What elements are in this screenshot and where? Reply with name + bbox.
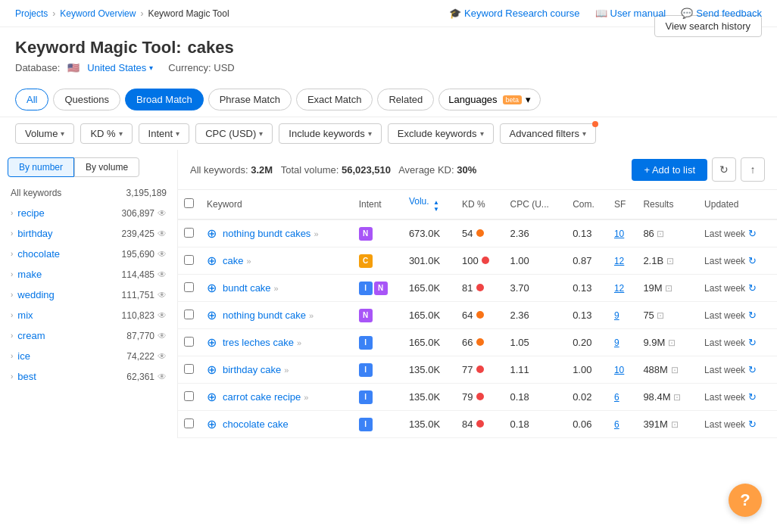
sidebar-keyword-label[interactable]: chocolate (17, 248, 60, 260)
add-to-list-button[interactable]: + Add to list (632, 159, 707, 181)
serp-icon[interactable]: ⊡ (671, 365, 679, 375)
keyword-link[interactable]: ⊕ nothing bundt cake » (207, 308, 347, 322)
row-checkbox[interactable] (184, 228, 194, 238)
sidebar-item[interactable]: › chocolate 195,690 👁 (0, 244, 177, 264)
tab-broad-match[interactable]: Broad Match (125, 89, 204, 110)
sidebar-item[interactable]: › make 114,485 👁 (0, 264, 177, 285)
sidebar-item[interactable]: › cream 87,770 👁 (0, 325, 177, 346)
tab-phrase-match[interactable]: Phrase Match (208, 89, 292, 110)
add-keyword-icon[interactable]: ⊕ (207, 254, 217, 268)
sidebar-keyword-label[interactable]: mix (17, 310, 33, 321)
tab-related[interactable]: Related (377, 89, 434, 110)
keyword-link[interactable]: ⊕ cake » (207, 254, 347, 268)
sidebar-item[interactable]: › recipe 306,897 👁 (0, 203, 177, 223)
sf-value[interactable]: 6 (614, 392, 619, 403)
row-checkbox[interactable] (184, 310, 194, 319)
sidebar-item[interactable]: › ice 74,222 👁 (0, 346, 177, 366)
eye-icon[interactable]: 👁 (158, 310, 167, 321)
add-keyword-icon[interactable]: ⊕ (207, 417, 217, 431)
intent-filter[interactable]: Intent ▾ (139, 123, 190, 144)
refresh-row-icon[interactable]: ↻ (748, 310, 757, 321)
serp-icon[interactable]: ⊡ (657, 229, 664, 239)
sf-value[interactable]: 6 (614, 419, 619, 430)
sidebar-keyword-label[interactable]: cream (17, 330, 45, 341)
select-all-checkbox[interactable] (184, 198, 194, 208)
sf-value[interactable]: 12 (614, 283, 624, 294)
languages-button[interactable]: Languages beta ▾ (438, 89, 541, 110)
sort-by-number-button[interactable]: By number (8, 157, 74, 177)
keyword-link[interactable]: ⊕ tres leches cake » (207, 335, 347, 350)
database-selector[interactable]: United States ▾ (87, 62, 153, 73)
sf-value[interactable]: 10 (614, 229, 624, 239)
breadcrumb-keyword-overview[interactable]: Keyword Overview (60, 8, 136, 19)
row-checkbox[interactable] (184, 391, 194, 401)
volume-filter[interactable]: Volume ▾ (15, 123, 74, 144)
refresh-row-icon[interactable]: ↻ (748, 282, 757, 294)
serp-icon[interactable]: ⊡ (668, 338, 676, 348)
refresh-row-icon[interactable]: ↻ (748, 255, 757, 266)
sf-value[interactable]: 9 (614, 310, 619, 321)
add-keyword-icon[interactable]: ⊕ (207, 362, 217, 377)
export-button[interactable]: ↑ (741, 157, 765, 182)
eye-icon[interactable]: 👁 (158, 229, 167, 239)
row-checkbox[interactable] (184, 418, 194, 428)
sidebar-keyword-label[interactable]: birthday (17, 228, 52, 239)
eye-icon[interactable]: 👁 (158, 351, 167, 362)
sidebar-item[interactable]: › best 62,361 👁 (0, 366, 177, 387)
eye-icon[interactable]: 👁 (158, 249, 167, 260)
sidebar-keyword-label[interactable]: wedding (17, 289, 54, 300)
eye-icon[interactable]: 👁 (158, 372, 167, 382)
breadcrumb-projects[interactable]: Projects (15, 8, 48, 19)
sf-value[interactable]: 9 (614, 338, 619, 348)
sf-value[interactable]: 12 (614, 256, 624, 266)
advanced-filters-button[interactable]: Advanced filters ▾ (500, 123, 597, 144)
refresh-row-icon[interactable]: ↻ (748, 391, 757, 403)
row-checkbox[interactable] (184, 255, 194, 265)
keyword-link[interactable]: ⊕ bundt cake » (207, 281, 347, 295)
row-checkbox[interactable] (184, 364, 194, 374)
eye-icon[interactable]: 👁 (158, 269, 167, 280)
add-keyword-icon[interactable]: ⊕ (207, 281, 217, 295)
sidebar-keyword-label[interactable]: make (17, 269, 42, 280)
eye-icon[interactable]: 👁 (158, 290, 167, 300)
eye-icon[interactable]: 👁 (158, 208, 167, 219)
add-keyword-icon[interactable]: ⊕ (207, 335, 217, 350)
eye-icon[interactable]: 👁 (158, 331, 167, 341)
sidebar-keyword-label[interactable]: ice (17, 350, 30, 362)
keyword-link[interactable]: ⊕ birthday cake » (207, 362, 347, 377)
sidebar-item[interactable]: › mix 110,823 👁 (0, 305, 177, 325)
serp-icon[interactable]: ⊡ (666, 256, 674, 266)
sort-by-volume-button[interactable]: By volume (74, 157, 139, 177)
serp-icon[interactable]: ⊡ (657, 310, 664, 321)
col-volume[interactable]: Volu. ▲▼ (403, 190, 456, 219)
keyword-research-course-link[interactable]: 🎓 Keyword Research course (449, 8, 579, 19)
tab-questions[interactable]: Questions (53, 89, 120, 110)
cpc-filter[interactable]: CPC (USD) ▾ (195, 123, 273, 144)
serp-icon[interactable]: ⊡ (673, 392, 681, 403)
sf-value[interactable]: 10 (614, 365, 624, 375)
serp-icon[interactable]: ⊡ (665, 283, 672, 294)
send-feedback-link[interactable]: 💬 Send feedback (681, 8, 762, 19)
sidebar-item[interactable]: › wedding 111,751 👁 (0, 285, 177, 305)
keyword-link[interactable]: ⊕ carrot cake recipe » (207, 390, 347, 404)
add-keyword-icon[interactable]: ⊕ (207, 226, 217, 241)
sidebar-keyword-label[interactable]: best (17, 371, 36, 382)
keyword-link[interactable]: ⊕ chocolate cake (207, 417, 347, 431)
refresh-button[interactable]: ↻ (712, 157, 736, 182)
add-keyword-icon[interactable]: ⊕ (207, 308, 217, 322)
add-keyword-icon[interactable]: ⊕ (207, 390, 217, 404)
tab-all[interactable]: All (15, 89, 48, 110)
refresh-row-icon[interactable]: ↻ (748, 364, 757, 375)
row-checkbox[interactable] (184, 282, 194, 292)
user-manual-link[interactable]: 📖 User manual (595, 8, 666, 19)
sidebar-keyword-label[interactable]: recipe (17, 207, 44, 219)
serp-icon[interactable]: ⊡ (671, 419, 679, 430)
tab-exact-match[interactable]: Exact Match (296, 89, 373, 110)
kd-filter[interactable]: KD % ▾ (80, 123, 132, 144)
refresh-row-icon[interactable]: ↻ (748, 337, 757, 348)
exclude-keywords-filter[interactable]: Exclude keywords ▾ (388, 123, 494, 144)
include-keywords-filter[interactable]: Include keywords ▾ (279, 123, 381, 144)
refresh-row-icon[interactable]: ↻ (748, 418, 757, 430)
sidebar-item[interactable]: › birthday 239,425 👁 (0, 223, 177, 244)
keyword-link[interactable]: ⊕ nothing bundt cakes » (207, 226, 347, 241)
